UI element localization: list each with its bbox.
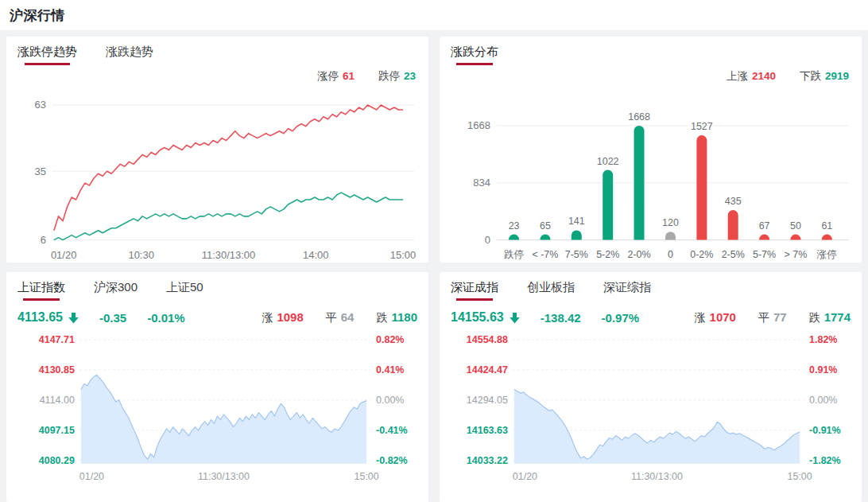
svg-text:-0.41%: -0.41% <box>376 425 408 436</box>
svg-text:5-7%: 5-7% <box>753 249 776 260</box>
svg-text:跌停: 跌停 <box>504 249 524 260</box>
legend-item-limit-down: 跌停23 <box>378 69 416 84</box>
svg-text:0: 0 <box>668 249 673 260</box>
sh-index-chart[interactable]: 4147.710.82%4130.850.41%4114.000.00%4097… <box>17 329 417 484</box>
panel-distribution: 涨跌分布 上涨2140 下跌2919 1668834023跌停65< -7%14… <box>440 37 862 263</box>
limit-trend-chart[interactable]: 6335601/2010:3011:30/13:0014:0015:00 <box>17 84 417 263</box>
panel-limit-trend: 涨跌停趋势 涨跌趋势 涨停61 跌停23 6335601/2010:3011:3… <box>6 37 428 263</box>
svg-text:0: 0 <box>485 234 490 246</box>
svg-text:1668: 1668 <box>628 111 650 123</box>
svg-text:4147.71: 4147.71 <box>39 334 75 345</box>
svg-text:0.91%: 0.91% <box>809 364 837 376</box>
svg-text:141: 141 <box>568 216 585 227</box>
tab-csi300[interactable]: 沪深300 <box>94 278 138 302</box>
tab-szse-composite[interactable]: 深证综指 <box>603 278 651 302</box>
svg-text:14033.22: 14033.22 <box>467 455 508 466</box>
legend-label: 涨停 <box>317 70 339 82</box>
svg-text:-0.82%: -0.82% <box>376 455 408 466</box>
svg-text:10:30: 10:30 <box>128 249 153 261</box>
svg-text:0.82%: 0.82% <box>376 334 404 345</box>
svg-text:14294.05: 14294.05 <box>467 395 508 406</box>
svg-text:35: 35 <box>34 165 45 177</box>
svg-text:15:00: 15:00 <box>788 471 812 482</box>
tab-distribution[interactable]: 涨跌分布 <box>451 43 498 67</box>
count-value: 1098 <box>277 310 303 324</box>
distribution-chart[interactable]: 1668834023跌停65< -7%1417-5%10225-2%16682-… <box>451 84 851 263</box>
legend-value: 2140 <box>752 70 776 82</box>
svg-text:834: 834 <box>473 177 490 189</box>
svg-text:120: 120 <box>662 217 679 228</box>
svg-text:2-0%: 2-0% <box>628 249 651 260</box>
svg-text:15:00: 15:00 <box>390 249 416 261</box>
count-unchanged: 平64 <box>326 310 355 325</box>
count-value: 77 <box>773 310 787 324</box>
legend-label: 下跌 <box>800 70 821 82</box>
svg-text:01/20: 01/20 <box>51 249 76 261</box>
svg-text:6: 6 <box>41 234 46 246</box>
sz-index-chart[interactable]: 14554.881.82%14424.470.91%14294.050.00%1… <box>451 329 851 484</box>
svg-text:5-2%: 5-2% <box>596 249 619 260</box>
svg-text:67: 67 <box>759 220 770 232</box>
count-value: 1774 <box>824 310 851 324</box>
count-label: 跌 <box>809 311 820 324</box>
tab-limit-up-down-trend[interactable]: 涨跌停趋势 <box>17 43 77 67</box>
tab-szse-component[interactable]: 深证成指 <box>451 278 498 302</box>
svg-text:7-5%: 7-5% <box>565 249 588 260</box>
svg-text:14424.47: 14424.47 <box>467 364 508 376</box>
svg-text:4097.15: 4097.15 <box>39 425 75 436</box>
legend-item-decliners: 下跌2919 <box>800 69 849 84</box>
sh-index-tabs: 上证指数 沪深300 上证50 <box>17 278 417 302</box>
svg-text:11:30/13:00: 11:30/13:00 <box>198 471 250 482</box>
tab-chinext[interactable]: 创业板指 <box>527 278 575 302</box>
svg-text:23: 23 <box>509 220 520 232</box>
svg-text:2-5%: 2-5% <box>722 249 745 260</box>
legend-label: 跌停 <box>378 70 400 82</box>
index-change-pct: -0.97% <box>602 311 640 325</box>
count-value: 64 <box>341 310 355 324</box>
count-label: 涨 <box>262 311 273 324</box>
svg-text:61: 61 <box>821 220 832 232</box>
svg-text:1.82%: 1.82% <box>809 334 837 345</box>
index-price: 14155.63 <box>451 310 504 325</box>
limit-trend-tabs: 涨跌停趋势 涨跌趋势 <box>17 43 417 67</box>
tab-up-down-trend[interactable]: 涨跌趋势 <box>106 43 153 67</box>
panel-sz-index: 深证成指 创业板指 深证综指 14155.63 -138.42 -0.97% 涨… <box>440 272 862 502</box>
count-value: 1070 <box>710 310 736 324</box>
svg-text:14163.63: 14163.63 <box>467 425 508 436</box>
legend-value: 61 <box>343 70 355 82</box>
tab-sse50[interactable]: 上证50 <box>166 278 203 302</box>
legend-item-limit-up: 涨停61 <box>317 69 355 84</box>
index-change: -0.35 <box>99 311 126 325</box>
svg-text:1527: 1527 <box>691 121 713 132</box>
svg-text:14554.88: 14554.88 <box>467 334 508 345</box>
legend-item-advancers: 上涨2140 <box>727 69 776 84</box>
count-advancers: 涨1098 <box>262 310 303 325</box>
svg-text:涨停: 涨停 <box>816 249 837 260</box>
page-title: 沪深行情 <box>10 6 65 25</box>
svg-text:> 7%: > 7% <box>785 249 808 260</box>
count-decliners: 跌1180 <box>376 310 417 325</box>
legend-value: 23 <box>404 70 416 82</box>
tab-sse-composite[interactable]: 上证指数 <box>17 278 65 302</box>
sh-index-counts: 涨1098 平64 跌1180 <box>262 310 417 325</box>
svg-text:< -7%: < -7% <box>532 249 558 260</box>
legend-value: 2919 <box>825 70 849 82</box>
count-unchanged: 平77 <box>758 310 787 325</box>
limit-trend-legend: 涨停61 跌停23 <box>17 68 416 84</box>
arrow-down-icon <box>510 313 520 324</box>
count-label: 跌 <box>376 311 387 324</box>
svg-text:0.00%: 0.00% <box>809 395 837 406</box>
svg-text:4080.29: 4080.29 <box>39 455 75 466</box>
index-change: -138.42 <box>541 311 581 325</box>
svg-text:4130.85: 4130.85 <box>39 364 75 376</box>
svg-text:65: 65 <box>540 220 551 232</box>
svg-text:1022: 1022 <box>597 156 619 167</box>
svg-text:14:00: 14:00 <box>303 249 328 261</box>
page-header: 沪深行情 <box>0 0 868 30</box>
svg-text:0-2%: 0-2% <box>690 249 713 260</box>
sz-index-quote-row: 14155.63 -138.42 -0.97% 涨1070 平77 跌1774 <box>451 308 851 327</box>
dashboard-grid: 涨跌停趋势 涨跌趋势 涨停61 跌停23 6335601/2010:3011:3… <box>0 30 868 502</box>
svg-text:435: 435 <box>725 196 742 207</box>
panel-sh-index: 上证指数 沪深300 上证50 4113.65 -0.35 -0.01% 涨10… <box>6 272 428 502</box>
distribution-legend: 上涨2140 下跌2919 <box>451 68 849 84</box>
